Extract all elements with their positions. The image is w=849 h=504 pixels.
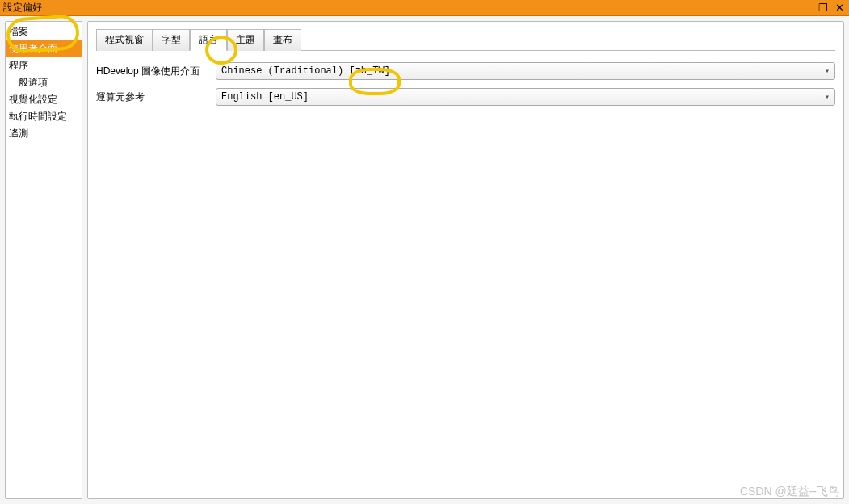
combobox-operator-ref[interactable]: English [en_US] ▾ [216,88,835,106]
tab-program-window[interactable]: 程式視窗 [96,29,153,51]
sidebar-item-visualization[interactable]: 視覺化設定 [6,91,82,108]
sidebar-item-file[interactable]: 檔案 [6,23,82,40]
label-operator-ref: 運算元參考 [96,90,216,104]
sidebar-item-telemetry[interactable]: 遙測 [6,125,82,142]
tabs: 程式視窗 字型 語言 主題 畫布 [96,28,835,51]
chevron-down-icon: ▾ [825,92,830,102]
combobox-gui-language-value: Chinese (Traditional) [zh_TW] [221,65,390,77]
form-row-gui-language: HDevelop 圖像使用介面 Chinese (Traditional) [z… [96,62,835,80]
titlebar: 設定偏好 ❐ ✕ [0,0,849,16]
label-gui-language: HDevelop 圖像使用介面 [96,65,216,78]
tab-font[interactable]: 字型 [153,29,190,51]
combobox-gui-language[interactable]: Chinese (Traditional) [zh_TW] ▾ [216,62,835,80]
sidebar: 檔案 使用者介面 程序 一般選項 視覺化設定 執行時間設定 遙測 [5,21,82,499]
sidebar-item-ui[interactable]: 使用者介面 [6,40,82,57]
tab-canvas[interactable]: 畫布 [264,29,301,51]
content-panel: 程式視窗 字型 語言 主題 畫布 HDevelop 圖像使用介面 Chinese… [87,21,844,499]
window-title: 設定偏好 [3,1,817,15]
sidebar-item-procedure[interactable]: 程序 [6,57,82,74]
tab-language[interactable]: 語言 [190,29,227,51]
sidebar-item-general[interactable]: 一般選項 [6,74,82,91]
restore-button[interactable]: ❐ [817,2,830,14]
form-row-operator-ref: 運算元參考 English [en_US] ▾ [96,88,835,106]
close-button[interactable]: ✕ [833,2,846,14]
main-area: 檔案 使用者介面 程序 一般選項 視覺化設定 執行時間設定 遙測 程式視窗 字型… [0,16,849,504]
combobox-operator-ref-value: English [en_US] [221,91,309,103]
sidebar-item-runtime[interactable]: 執行時間設定 [6,108,82,125]
chevron-down-icon: ▾ [825,66,830,76]
titlebar-controls: ❐ ✕ [817,2,846,14]
tab-theme[interactable]: 主題 [227,29,264,51]
